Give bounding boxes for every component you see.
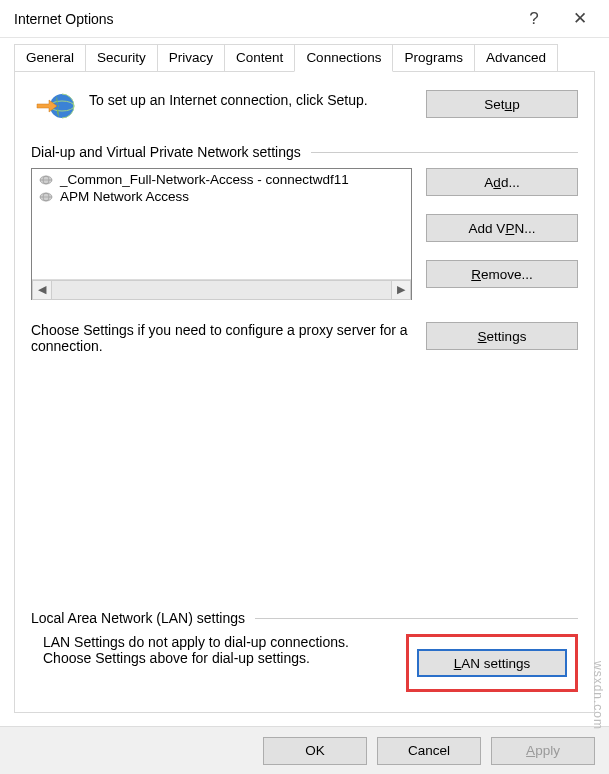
dialup-row: _Common_Full-Network-Access - connectwdf… bbox=[31, 168, 578, 300]
divider bbox=[255, 618, 578, 619]
listbox-items: _Common_Full-Network-Access - connectwdf… bbox=[32, 169, 411, 279]
choose-settings-text: Choose Settings if you need to configure… bbox=[31, 322, 412, 354]
scroll-right-icon[interactable]: ▶ bbox=[391, 280, 411, 300]
apply-button[interactable]: Apply bbox=[491, 737, 595, 765]
lan-group: Local Area Network (LAN) settings LAN Se… bbox=[31, 610, 578, 692]
lan-settings-button[interactable]: LAN settings bbox=[417, 649, 567, 677]
choose-settings-row: Choose Settings if you need to configure… bbox=[31, 322, 578, 354]
scroll-left-icon[interactable]: ◀ bbox=[32, 280, 52, 300]
intro-row: To set up an Internet connection, click … bbox=[31, 90, 578, 122]
tab-programs[interactable]: Programs bbox=[392, 44, 475, 71]
list-item-label: APM Network Access bbox=[60, 189, 189, 204]
lan-group-label: Local Area Network (LAN) settings bbox=[31, 610, 245, 626]
tab-strip: General Security Privacy Content Connect… bbox=[0, 38, 609, 71]
tab-advanced[interactable]: Advanced bbox=[474, 44, 558, 71]
connections-panel: To set up an Internet connection, click … bbox=[14, 71, 595, 713]
title-bar: Internet Options ? ✕ bbox=[0, 0, 609, 38]
window-title: Internet Options bbox=[14, 11, 511, 27]
intro-text: To set up an Internet connection, click … bbox=[89, 90, 412, 108]
tab-privacy[interactable]: Privacy bbox=[157, 44, 225, 71]
list-item[interactable]: _Common_Full-Network-Access - connectwdf… bbox=[34, 171, 409, 188]
cancel-button[interactable]: Cancel bbox=[377, 737, 481, 765]
add-button[interactable]: Add... bbox=[426, 168, 578, 196]
network-icon bbox=[38, 191, 54, 203]
dialog-footer: OK Cancel Apply bbox=[0, 726, 609, 774]
dialup-button-column: Add... Add VPN... Remove... bbox=[426, 168, 578, 288]
add-vpn-button[interactable]: Add VPN... bbox=[426, 214, 578, 242]
scroll-track[interactable] bbox=[52, 280, 391, 300]
watermark: wsxdn.com bbox=[591, 661, 605, 730]
tab-general[interactable]: General bbox=[14, 44, 86, 71]
divider bbox=[311, 152, 578, 153]
horizontal-scrollbar[interactable]: ◀ ▶ bbox=[32, 279, 411, 299]
list-item-label: _Common_Full-Network-Access - connectwdf… bbox=[60, 172, 349, 187]
tab-connections[interactable]: Connections bbox=[294, 44, 393, 72]
remove-button[interactable]: Remove... bbox=[426, 260, 578, 288]
close-button[interactable]: ✕ bbox=[557, 4, 603, 34]
network-icon bbox=[38, 174, 54, 186]
lan-text: LAN Settings do not apply to dial-up con… bbox=[31, 634, 392, 666]
list-item[interactable]: APM Network Access bbox=[34, 188, 409, 205]
lan-group-title: Local Area Network (LAN) settings bbox=[31, 610, 578, 626]
tab-security[interactable]: Security bbox=[85, 44, 158, 71]
help-button[interactable]: ? bbox=[511, 4, 557, 34]
globe-arrow-icon bbox=[35, 90, 75, 122]
lan-row: LAN Settings do not apply to dial-up con… bbox=[31, 634, 578, 692]
setup-button[interactable]: Setup bbox=[426, 90, 578, 118]
ok-button[interactable]: OK bbox=[263, 737, 367, 765]
dialup-group-title: Dial-up and Virtual Private Network sett… bbox=[31, 144, 578, 160]
connections-listbox[interactable]: _Common_Full-Network-Access - connectwdf… bbox=[31, 168, 412, 300]
dialup-group-label: Dial-up and Virtual Private Network sett… bbox=[31, 144, 301, 160]
lan-button-highlight: LAN settings bbox=[406, 634, 578, 692]
tab-content[interactable]: Content bbox=[224, 44, 295, 71]
settings-button[interactable]: Settings bbox=[426, 322, 578, 350]
